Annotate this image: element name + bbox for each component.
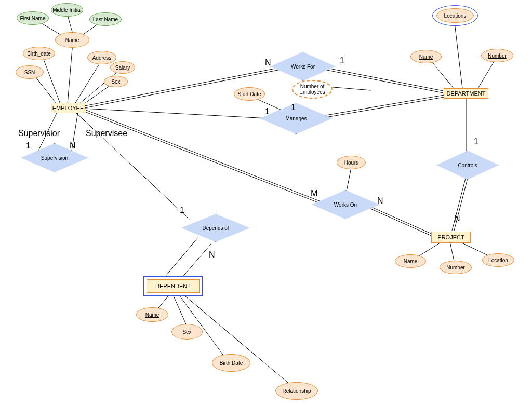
entity-employee: EMPLOYEE — [51, 103, 85, 113]
card-workson-emp: M — [311, 189, 317, 198]
card-controls-dept: 1 — [474, 137, 478, 146]
svg-line-15 — [314, 97, 444, 119]
attr-name: Name — [55, 32, 89, 48]
role-supervisor: Supervisior — [18, 129, 60, 138]
attr-dep-birthdate: Birth Date — [212, 354, 250, 372]
card-sup-1: 1 — [26, 141, 31, 151]
attr-first-name: First Name — [17, 11, 49, 25]
attr-proj-location: Location — [482, 253, 514, 267]
entity-dependent: DEPENDENT — [147, 279, 200, 293]
entity-department: DEPARTMENT — [444, 88, 488, 99]
svg-line-3 — [68, 43, 73, 104]
svg-line-21 — [365, 206, 431, 236]
card-sup-n: N — [70, 141, 76, 151]
svg-line-11 — [319, 66, 443, 91]
card-worksfor-emp: N — [265, 58, 271, 67]
card-workson-proj: N — [377, 196, 383, 206]
attr-dept-number: Number — [481, 49, 513, 62]
svg-line-37 — [185, 296, 297, 390]
attr-start-date: Start Date — [234, 87, 265, 101]
attr-sex: Sex — [104, 76, 128, 87]
attr-dep-name-text: Name — [145, 312, 159, 318]
card-controls-proj: N — [454, 214, 460, 223]
card-depends-emp: 1 — [180, 206, 184, 215]
entity-project: PROJECT — [431, 232, 471, 243]
attr-last-name: Last Name — [89, 12, 122, 26]
role-supervisee: Supervisee — [86, 129, 127, 138]
card-worksfor-dept: 1 — [340, 56, 344, 65]
attr-middle-initial: Middle Initial — [51, 3, 83, 17]
attr-proj-number-text: Number — [446, 265, 465, 270]
svg-line-6 — [75, 58, 103, 104]
attr-dept-number-text: Number — [488, 53, 507, 59]
attr-dept-name: Name — [410, 50, 442, 63]
attr-dept-name-text: Name — [419, 54, 433, 60]
attr-num-employees: Number of Employees — [292, 80, 332, 99]
attr-proj-name: Name — [395, 254, 426, 268]
svg-line-14 — [314, 95, 444, 117]
svg-line-26 — [455, 23, 462, 88]
attr-proj-number: Number — [440, 261, 472, 274]
attr-proj-name-text: Name — [404, 259, 418, 264]
attr-ssn: SSN — [16, 65, 44, 79]
attr-dep-sex: Sex — [171, 324, 203, 340]
svg-line-13 — [85, 109, 277, 119]
svg-line-32 — [164, 236, 200, 278]
svg-line-20 — [365, 204, 431, 234]
attr-address: Address — [87, 51, 116, 64]
card-manages-emp: 1 — [265, 107, 270, 116]
attr-birthdate: Birth_date — [23, 47, 55, 60]
attr-salary: Salary — [110, 61, 135, 74]
attr-locations: Locations — [436, 8, 474, 23]
attr-dep-relationship: Relationship — [275, 382, 318, 400]
card-manages-dept: 1 — [291, 103, 296, 112]
card-depends-dep: N — [209, 250, 215, 260]
attr-dep-name: Name — [136, 307, 168, 322]
attr-hours: Hours — [337, 156, 366, 169]
svg-line-12 — [319, 69, 443, 93]
